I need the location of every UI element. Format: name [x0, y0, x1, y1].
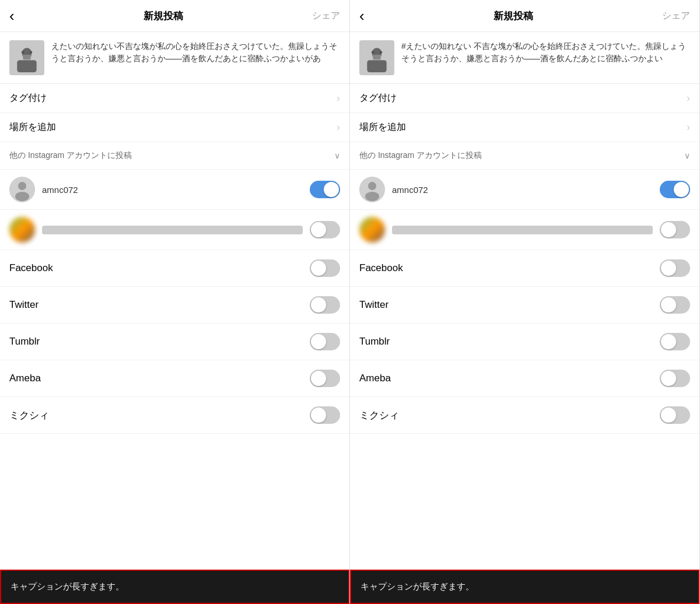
mixi-row-right: ミクシィ: [350, 397, 699, 434]
ameba-label-left: Ameba: [9, 373, 41, 384]
ameba-row-left: Ameba: [0, 360, 349, 397]
left-header: ‹ 新規投稿 シェア: [0, 0, 349, 32]
right-header: ‹ 新規投稿 シェア: [350, 0, 699, 32]
svg-rect-2: [17, 60, 36, 72]
error-text-right: キャプションが長すぎます。: [360, 581, 474, 591]
account-avatar-main-left: [9, 177, 35, 202]
facebook-toggle-right[interactable]: [660, 259, 690, 277]
svg-point-4: [22, 51, 24, 54]
place-label-right: 場所を追加: [359, 121, 406, 134]
svg-point-15: [379, 51, 382, 54]
other-accounts-label-left: 他の Instagram アカウントに投稿: [9, 150, 132, 161]
account-avatar-secondary-left: [9, 217, 35, 243]
tumblr-row-left: Tumblr: [0, 324, 349, 360]
svg-rect-12: [367, 60, 386, 72]
account-name-secondary-right: [392, 226, 653, 234]
tumblr-row-right: Tumblr: [350, 324, 699, 360]
tumblr-label-left: Tumblr: [9, 336, 40, 347]
ameba-label-right: Ameba: [359, 373, 391, 384]
tag-label-right: タグ付け: [359, 92, 397, 104]
place-label-left: 場所を追加: [9, 121, 56, 134]
twitter-row-left: Twitter: [0, 287, 349, 324]
share-button-right[interactable]: シェア: [662, 10, 690, 22]
account-row-main-left: amnc072: [0, 170, 349, 210]
mixi-label-right: ミクシィ: [359, 409, 399, 422]
facebook-label-left: Facebook: [9, 262, 53, 274]
tag-label-left: タグ付け: [9, 92, 47, 104]
facebook-row-right: Facebook: [350, 250, 699, 287]
user-avatar-left: [9, 40, 44, 75]
account-name-main-right: amnc072: [392, 185, 653, 195]
facebook-row-left: Facebook: [0, 250, 349, 287]
account-name-main-left: amnc072: [42, 185, 303, 195]
ameba-toggle-left[interactable]: [310, 370, 340, 387]
toggle-main-right[interactable]: [660, 181, 690, 198]
error-text-left: キャプションが長すぎます。: [10, 581, 124, 591]
place-row-left[interactable]: 場所を追加 ›: [0, 113, 349, 142]
other-accounts-chevron-left: ∨: [334, 151, 340, 160]
account-avatar-secondary-right: [359, 217, 385, 243]
post-text-left: えたいの知れない不吉な塊が私の心を始終圧おさえつけていた。焦躁しょうそうと言おう…: [51, 40, 340, 75]
post-preview-right: #えたいの知れない 不吉な塊が私の心を始終圧おさえつけていた。焦躁しょうそうと言…: [350, 32, 699, 84]
svg-rect-16: [372, 55, 382, 57]
account-avatar-main-right: [359, 177, 385, 202]
right-panel: ‹ 新規投稿 シェア #えたいの知れない 不吉な塊が私の心を始終圧おさえつけてい…: [350, 0, 700, 604]
account-row-secondary-right: [350, 210, 699, 250]
other-accounts-section-right[interactable]: 他の Instagram アカウントに投稿 ∨: [350, 142, 699, 170]
twitter-row-right: Twitter: [350, 287, 699, 324]
account-name-secondary-left: [42, 226, 303, 234]
ameba-toggle-right[interactable]: [660, 370, 690, 387]
post-preview-left: えたいの知れない不吉な塊が私の心を始終圧おさえつけていた。焦躁しょうそうと言おう…: [0, 32, 349, 84]
tag-chevron-left: ›: [337, 92, 340, 104]
account-row-main-right: amnc072: [350, 170, 699, 210]
user-avatar-right: [359, 40, 394, 75]
facebook-toggle-left[interactable]: [310, 259, 340, 277]
svg-point-18: [368, 182, 376, 190]
account-row-secondary-left: [0, 210, 349, 250]
tumblr-label-right: Tumblr: [359, 336, 390, 347]
toggle-main-left[interactable]: [310, 181, 340, 198]
twitter-toggle-right[interactable]: [660, 296, 690, 314]
place-chevron-right: ›: [687, 121, 690, 134]
twitter-label-left: Twitter: [9, 299, 38, 311]
toggle-secondary-left[interactable]: [310, 221, 340, 238]
back-button-left[interactable]: ‹: [9, 8, 15, 23]
error-banner-right: キャプションが長すぎます。: [350, 570, 699, 604]
back-button-right[interactable]: ‹: [359, 8, 365, 23]
svg-point-19: [365, 192, 379, 201]
other-accounts-label-right: 他の Instagram アカウントに投稿: [359, 150, 482, 161]
error-banner-left: キャプションが長すぎます。: [0, 570, 349, 604]
svg-point-14: [372, 51, 374, 54]
title-right: 新規投稿: [494, 9, 533, 23]
twitter-toggle-left[interactable]: [310, 296, 340, 314]
place-row-right[interactable]: 場所を追加 ›: [350, 113, 699, 142]
share-button-left[interactable]: シェア: [312, 10, 340, 22]
left-panel: ‹ 新規投稿 シェア えたいの知れない不吉な塊が私の心を始終圧おさえつけていた。…: [0, 0, 350, 604]
svg-point-8: [18, 182, 26, 190]
svg-rect-6: [22, 55, 32, 57]
mixi-toggle-right[interactable]: [660, 406, 690, 424]
svg-point-9: [15, 192, 29, 201]
ameba-row-right: Ameba: [350, 360, 699, 397]
svg-point-5: [29, 51, 32, 54]
mixi-toggle-left[interactable]: [310, 406, 340, 424]
mixi-label-left: ミクシィ: [9, 409, 49, 422]
toggle-secondary-right[interactable]: [660, 221, 690, 238]
twitter-label-right: Twitter: [359, 299, 388, 311]
other-accounts-chevron-right: ∨: [684, 151, 690, 160]
other-accounts-section-left[interactable]: 他の Instagram アカウントに投稿 ∨: [0, 142, 349, 170]
mixi-row-left: ミクシィ: [0, 397, 349, 434]
tag-chevron-right: ›: [687, 92, 690, 104]
tumblr-toggle-right[interactable]: [660, 333, 690, 350]
post-text-right: #えたいの知れない 不吉な塊が私の心を始終圧おさえつけていた。焦躁しょうそうと言…: [401, 40, 690, 75]
facebook-label-right: Facebook: [359, 262, 403, 274]
place-chevron-left: ›: [337, 121, 340, 134]
title-left: 新規投稿: [144, 9, 183, 23]
tumblr-toggle-left[interactable]: [310, 333, 340, 350]
tag-row-right[interactable]: タグ付け ›: [350, 84, 699, 113]
tag-row-left[interactable]: タグ付け ›: [0, 84, 349, 113]
